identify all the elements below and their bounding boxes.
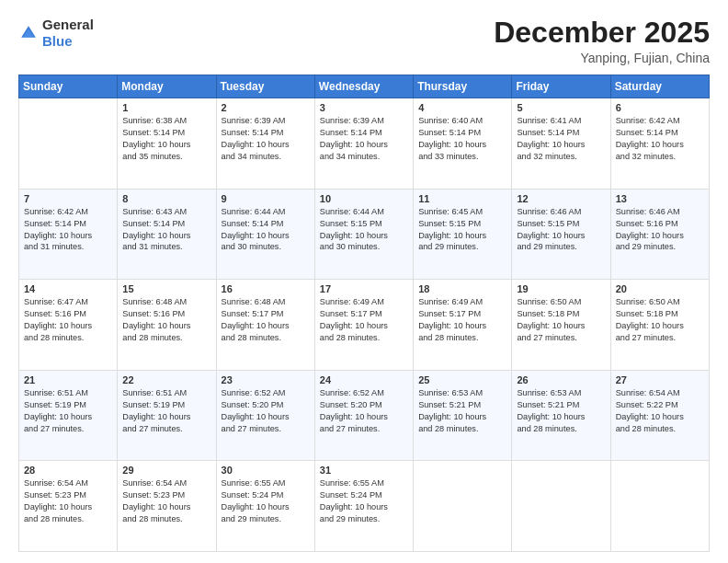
calendar-cell: 19Sunrise: 6:50 AM Sunset: 5:18 PM Dayli… (512, 280, 610, 371)
day-info: Sunrise: 6:44 AM Sunset: 5:14 PM Dayligh… (222, 206, 310, 254)
day-info: Sunrise: 6:40 AM Sunset: 5:14 PM Dayligh… (418, 115, 506, 163)
day-number: 13 (616, 193, 704, 204)
day-info: Sunrise: 6:42 AM Sunset: 5:14 PM Dayligh… (616, 115, 704, 163)
calendar-cell (414, 461, 512, 552)
day-info: Sunrise: 6:54 AM Sunset: 5:22 PM Dayligh… (616, 387, 704, 435)
logo-icon (18, 23, 39, 43)
day-info: Sunrise: 6:54 AM Sunset: 5:23 PM Dayligh… (24, 477, 112, 525)
day-number: 23 (222, 374, 310, 385)
day-info: Sunrise: 6:53 AM Sunset: 5:21 PM Dayligh… (517, 387, 605, 435)
weekday-header-sunday: Sunday (19, 75, 118, 98)
page: General Blue December 2025 Yanping, Fuji… (0, 0, 728, 563)
day-info: Sunrise: 6:52 AM Sunset: 5:20 PM Dayligh… (320, 387, 408, 435)
day-number: 25 (418, 374, 506, 385)
title-block: December 2025 Yanping, Fujian, China (494, 17, 710, 65)
day-info: Sunrise: 6:49 AM Sunset: 5:17 PM Dayligh… (418, 296, 506, 344)
day-number: 21 (24, 374, 112, 385)
day-number: 2 (222, 102, 310, 113)
calendar-cell: 18Sunrise: 6:49 AM Sunset: 5:17 PM Dayli… (414, 280, 512, 371)
day-number: 16 (222, 283, 310, 294)
day-number: 26 (517, 374, 605, 385)
calendar-cell: 7Sunrise: 6:42 AM Sunset: 5:14 PM Daylig… (19, 189, 118, 280)
weekday-header-wednesday: Wednesday (314, 75, 413, 98)
day-info: Sunrise: 6:49 AM Sunset: 5:17 PM Dayligh… (320, 296, 408, 344)
day-info: Sunrise: 6:50 AM Sunset: 5:18 PM Dayligh… (517, 296, 605, 344)
day-number: 17 (320, 283, 408, 294)
calendar-cell: 24Sunrise: 6:52 AM Sunset: 5:20 PM Dayli… (314, 370, 413, 461)
day-number: 22 (122, 374, 210, 385)
day-number: 29 (122, 465, 210, 476)
calendar-cell: 3Sunrise: 6:39 AM Sunset: 5:14 PM Daylig… (314, 98, 413, 190)
day-number: 31 (320, 465, 408, 476)
day-info: Sunrise: 6:55 AM Sunset: 5:24 PM Dayligh… (222, 477, 310, 525)
day-info: Sunrise: 6:39 AM Sunset: 5:14 PM Dayligh… (222, 115, 310, 163)
calendar-cell: 14Sunrise: 6:47 AM Sunset: 5:16 PM Dayli… (19, 280, 118, 371)
week-row-2: 7Sunrise: 6:42 AM Sunset: 5:14 PM Daylig… (19, 189, 710, 280)
day-info: Sunrise: 6:51 AM Sunset: 5:19 PM Dayligh… (122, 387, 210, 435)
week-row-5: 28Sunrise: 6:54 AM Sunset: 5:23 PM Dayli… (19, 461, 710, 552)
weekday-header-friday: Friday (512, 75, 610, 98)
month-title: December 2025 (494, 17, 710, 49)
day-number: 12 (517, 193, 605, 204)
day-info: Sunrise: 6:46 AM Sunset: 5:15 PM Dayligh… (517, 206, 605, 254)
day-number: 11 (418, 193, 506, 204)
day-number: 18 (418, 283, 506, 294)
calendar-cell: 1Sunrise: 6:38 AM Sunset: 5:14 PM Daylig… (118, 98, 216, 190)
calendar-cell (512, 461, 610, 552)
day-info: Sunrise: 6:52 AM Sunset: 5:20 PM Dayligh… (222, 387, 310, 435)
weekday-header-monday: Monday (118, 75, 216, 98)
calendar-cell (19, 98, 118, 190)
calendar-cell: 27Sunrise: 6:54 AM Sunset: 5:22 PM Dayli… (610, 370, 709, 461)
day-info: Sunrise: 6:47 AM Sunset: 5:16 PM Dayligh… (24, 296, 112, 344)
day-number: 8 (122, 193, 210, 204)
logo: General Blue (18, 17, 94, 50)
calendar-cell: 21Sunrise: 6:51 AM Sunset: 5:19 PM Dayli… (19, 370, 118, 461)
day-info: Sunrise: 6:48 AM Sunset: 5:17 PM Dayligh… (222, 296, 310, 344)
day-number: 24 (320, 374, 408, 385)
calendar-cell: 4Sunrise: 6:40 AM Sunset: 5:14 PM Daylig… (414, 98, 512, 190)
day-number: 14 (24, 283, 112, 294)
calendar-cell: 22Sunrise: 6:51 AM Sunset: 5:19 PM Dayli… (118, 370, 216, 461)
weekday-header-row: SundayMondayTuesdayWednesdayThursdayFrid… (19, 75, 710, 98)
day-number: 15 (122, 283, 210, 294)
day-info: Sunrise: 6:48 AM Sunset: 5:16 PM Dayligh… (122, 296, 210, 344)
calendar-cell: 28Sunrise: 6:54 AM Sunset: 5:23 PM Dayli… (19, 461, 118, 552)
calendar-cell: 10Sunrise: 6:44 AM Sunset: 5:15 PM Dayli… (314, 189, 413, 280)
calendar-cell: 25Sunrise: 6:53 AM Sunset: 5:21 PM Dayli… (414, 370, 512, 461)
week-row-1: 1Sunrise: 6:38 AM Sunset: 5:14 PM Daylig… (19, 98, 710, 190)
logo-blue-text: Blue (42, 33, 73, 49)
weekday-header-thursday: Thursday (414, 75, 512, 98)
calendar-cell: 26Sunrise: 6:53 AM Sunset: 5:21 PM Dayli… (512, 370, 610, 461)
day-info: Sunrise: 6:41 AM Sunset: 5:14 PM Dayligh… (517, 115, 605, 163)
day-number: 20 (616, 283, 704, 294)
day-number: 5 (517, 102, 605, 113)
day-number: 28 (24, 465, 112, 476)
calendar-table: SundayMondayTuesdayWednesdayThursdayFrid… (18, 75, 710, 552)
calendar-cell: 12Sunrise: 6:46 AM Sunset: 5:15 PM Dayli… (512, 189, 610, 280)
calendar-cell: 6Sunrise: 6:42 AM Sunset: 5:14 PM Daylig… (610, 98, 709, 190)
day-number: 9 (222, 193, 310, 204)
weekday-header-tuesday: Tuesday (216, 75, 314, 98)
day-info: Sunrise: 6:51 AM Sunset: 5:19 PM Dayligh… (24, 387, 112, 435)
calendar-cell: 16Sunrise: 6:48 AM Sunset: 5:17 PM Dayli… (216, 280, 314, 371)
calendar-cell: 29Sunrise: 6:54 AM Sunset: 5:23 PM Dayli… (118, 461, 216, 552)
day-info: Sunrise: 6:46 AM Sunset: 5:16 PM Dayligh… (616, 206, 704, 254)
day-info: Sunrise: 6:44 AM Sunset: 5:15 PM Dayligh… (320, 206, 408, 254)
day-info: Sunrise: 6:55 AM Sunset: 5:24 PM Dayligh… (320, 477, 408, 525)
calendar-cell: 17Sunrise: 6:49 AM Sunset: 5:17 PM Dayli… (314, 280, 413, 371)
header: General Blue December 2025 Yanping, Fuji… (18, 17, 710, 65)
day-info: Sunrise: 6:38 AM Sunset: 5:14 PM Dayligh… (122, 115, 210, 163)
week-row-4: 21Sunrise: 6:51 AM Sunset: 5:19 PM Dayli… (19, 370, 710, 461)
calendar-cell: 30Sunrise: 6:55 AM Sunset: 5:24 PM Dayli… (216, 461, 314, 552)
day-info: Sunrise: 6:50 AM Sunset: 5:18 PM Dayligh… (616, 296, 704, 344)
calendar-cell: 20Sunrise: 6:50 AM Sunset: 5:18 PM Dayli… (610, 280, 709, 371)
day-info: Sunrise: 6:43 AM Sunset: 5:14 PM Dayligh… (122, 206, 210, 254)
calendar-cell: 15Sunrise: 6:48 AM Sunset: 5:16 PM Dayli… (118, 280, 216, 371)
day-number: 7 (24, 193, 112, 204)
weekday-header-saturday: Saturday (610, 75, 709, 98)
day-info: Sunrise: 6:53 AM Sunset: 5:21 PM Dayligh… (418, 387, 506, 435)
calendar-cell: 31Sunrise: 6:55 AM Sunset: 5:24 PM Dayli… (314, 461, 413, 552)
calendar-cell: 9Sunrise: 6:44 AM Sunset: 5:14 PM Daylig… (216, 189, 314, 280)
day-number: 4 (418, 102, 506, 113)
calendar-cell: 11Sunrise: 6:45 AM Sunset: 5:15 PM Dayli… (414, 189, 512, 280)
